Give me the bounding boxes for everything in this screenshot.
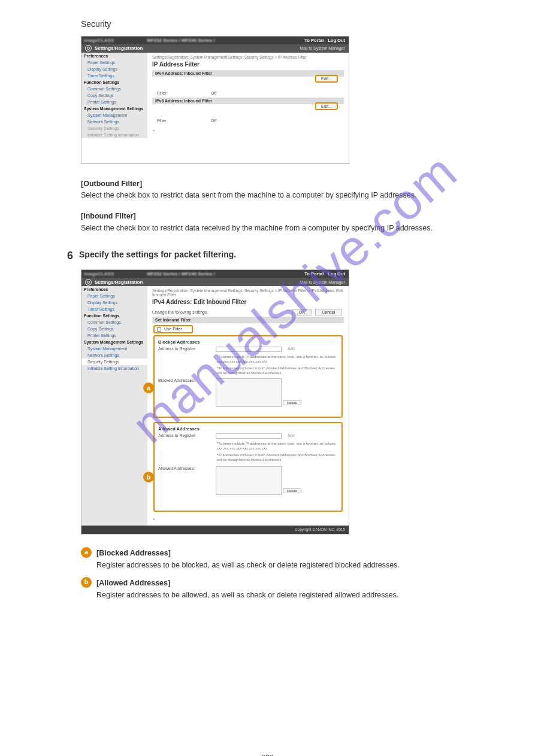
titlebar: Settings/Registration Mail to System Man…	[81, 278, 349, 286]
step-text: Specify the settings for packet filterin…	[79, 250, 236, 259]
sidebar-item-init[interactable]: Initialize Setting Information	[81, 132, 147, 138]
blocked-box: Blocked Addresses Address to Register: A…	[153, 335, 343, 418]
sidebar-header-function: Function Settings	[81, 79, 147, 86]
sidebar-item-security[interactable]: Security Settings	[81, 359, 147, 365]
sidebar-item-security[interactable]: Security Settings	[81, 125, 147, 132]
hint1: *To enter multiple IP addresses at the s…	[217, 354, 338, 364]
sidebar-item-network[interactable]: Network Settings	[81, 119, 147, 125]
hint2: *IP addresses included in both Allowed A…	[217, 366, 338, 375]
shot-body: Preferences Paper Settings Display Setti…	[81, 53, 349, 138]
gear-icon	[85, 45, 92, 51]
title: Settings/Registration	[95, 280, 143, 285]
mail-link[interactable]: Mail to System Manager	[300, 46, 345, 50]
to-portal-link[interactable]: To Portal	[304, 38, 324, 43]
sidebar-item-timer[interactable]: Timer Settings	[81, 72, 147, 79]
sidebar: Preferences Paper Settings Display Setti…	[81, 53, 147, 138]
sidebar-item-paper[interactable]: Paper Settings	[81, 293, 147, 299]
footer-text: Copyright CANON INC. 2015	[295, 527, 345, 532]
legend-b: b [Allowed Addresses] Register addresses…	[81, 577, 535, 601]
sidebar-header-sysmgmt: System Management Settings	[81, 339, 147, 345]
marker-b-icon: b	[81, 577, 92, 588]
addr-register-label: Address to Register:	[158, 433, 212, 438]
sidebar-item-display[interactable]: Display Settings	[81, 299, 147, 306]
use-filter-label: Use Filter	[164, 327, 182, 331]
sidebar-item-display[interactable]: Display Settings	[81, 66, 147, 72]
topbar: imageCLASS MF232 Series / MF240 Series /…	[81, 270, 349, 278]
add-button[interactable]: Add	[288, 433, 295, 438]
page-number: 233	[0, 754, 535, 756]
hint1: *To enter multiple IP addresses at the s…	[217, 441, 338, 451]
add-button[interactable]: Add	[288, 347, 295, 351]
sidebar-header-sysmgmt: System Management Settings	[81, 105, 147, 112]
sidebar-item-copy[interactable]: Copy Settings	[81, 92, 147, 99]
delete-button[interactable]: Delete	[283, 488, 301, 493]
allowed-heading: Allowed Addresses	[158, 426, 338, 432]
screenshot-ip-filter: imageCLASS MF232 Series / MF240 Series /…	[81, 36, 349, 164]
legend-a-title: [Blocked Addresses]	[96, 549, 171, 557]
edit-button-ipv4[interactable]: Edit...	[315, 75, 338, 83]
blocked-address-list[interactable]: Delete	[216, 378, 282, 407]
legend-b-text: Register addresses to be allowed, as wel…	[96, 591, 398, 599]
back-arrow[interactable]: ⌄	[152, 516, 344, 521]
footer-bar: Copyright CANON INC. 2015	[81, 526, 349, 534]
page-section-title: Security	[81, 18, 535, 31]
sidebar: Preferences Paper Settings Display Setti…	[81, 286, 147, 526]
sidebar-header-function: Function Settings	[81, 312, 147, 319]
filter-value: Off	[211, 119, 216, 123]
top-links: To Portal Log Out	[304, 271, 345, 277]
blocked-heading: Blocked Addresses	[158, 339, 338, 345]
step-number: 6	[67, 250, 73, 262]
device-name: MF232 Series / MF240 Series /	[147, 271, 214, 277]
sidebar-item-network[interactable]: Network Settings	[81, 352, 147, 359]
cancel-button[interactable]: Cancel	[315, 309, 341, 315]
sidebar-item-paper[interactable]: Paper Settings	[81, 59, 147, 66]
breadcrumb: Settings/Registration: System Management…	[152, 289, 344, 297]
delete-button[interactable]: Delete	[283, 400, 301, 405]
allowed-addresses-label: Allowed Addresses:	[158, 466, 212, 470]
step-6: 6 Specify the settings for packet filter…	[67, 250, 535, 262]
sidebar-item-common[interactable]: Common Settings	[81, 319, 147, 326]
mail-link[interactable]: Mail to System Manager	[300, 280, 345, 284]
sidebar-item-common[interactable]: Common Settings	[81, 86, 147, 92]
titlebar: Settings/Registration Mail to System Man…	[81, 44, 349, 53]
shot-body: Preferences Paper Settings Display Setti…	[81, 286, 349, 526]
action-bar: OK Cancel	[290, 308, 344, 317]
main-panel: Settings/Registration: System Management…	[147, 53, 349, 138]
sidebar-item-sysmgr[interactable]: System Management	[81, 345, 147, 352]
to-portal-link[interactable]: To Portal	[304, 271, 324, 277]
band-set-filter: Set Inbound Filter	[152, 317, 344, 323]
row-ipv4: Filter: Off	[152, 89, 344, 98]
page: Security imageCLASS MF232 Series / MF240…	[0, 18, 535, 756]
outbound-heading: [Outbound Filter]	[81, 178, 535, 190]
blocked-addresses-label: Blocked Addresses:	[158, 378, 212, 382]
ok-button[interactable]: OK	[292, 309, 312, 315]
sidebar-item-printer[interactable]: Printer Settings	[81, 332, 147, 339]
allowed-address-input[interactable]	[216, 433, 282, 439]
edit-button-ipv6[interactable]: Edit...	[315, 102, 338, 110]
filter-label: Filter:	[157, 91, 211, 95]
sidebar-item-sysmgr[interactable]: System Management	[81, 112, 147, 119]
blocked-address-input[interactable]	[216, 347, 282, 352]
filter-value: Off	[211, 91, 216, 95]
use-filter-box: Use Filter	[153, 325, 193, 333]
screenshot-edit-filter: imageCLASS MF232 Series / MF240 Series /…	[81, 269, 349, 535]
allowed-address-list[interactable]: Delete	[216, 466, 282, 495]
log-out-link[interactable]: Log Out	[328, 38, 345, 43]
filter-label: Filter:	[157, 119, 211, 123]
sidebar-item-printer[interactable]: Printer Settings	[81, 99, 147, 105]
title: Settings/Registration	[95, 45, 143, 51]
subtitle: Change the following settings.	[152, 310, 208, 314]
sidebar-item-copy[interactable]: Copy Settings	[81, 326, 147, 332]
log-out-link[interactable]: Log Out	[328, 271, 345, 277]
use-filter-checkbox[interactable]	[157, 327, 161, 332]
breadcrumb: Settings/Registration: System Management…	[152, 55, 344, 59]
section-title-text: Security	[81, 19, 111, 29]
page-title: IPv4 Address: Edit Inbound Filter	[152, 299, 344, 305]
inbound-desc: Select the check box to restrict data re…	[81, 223, 535, 234]
back-arrow[interactable]: ⌄	[152, 127, 344, 132]
sidebar-item-timer[interactable]: Timer Settings	[81, 306, 147, 312]
gear-icon	[85, 279, 92, 286]
sidebar-item-init[interactable]: Initialize Setting Information	[81, 365, 147, 372]
allowed-box: Allowed Addresses Address to Register: A…	[153, 422, 343, 512]
top-links: To Portal Log Out	[304, 38, 345, 43]
